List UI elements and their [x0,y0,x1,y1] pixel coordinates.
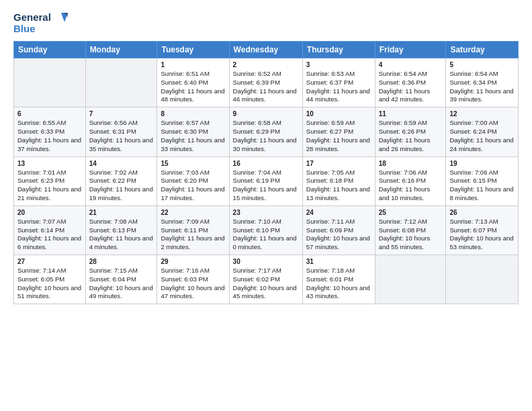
day-number: 27 [17,258,82,265]
day-info: Sunrise: 6:54 AM [379,70,443,79]
day-number: 18 [379,160,443,167]
day-info: Daylight: 10 hours and 47 minutes. [161,284,225,302]
day-info: Sunrise: 7:14 AM [17,267,82,275]
day-info: Daylight: 11 hours and 0 minutes. [233,234,299,252]
day-info: Sunrise: 7:06 AM [449,169,515,177]
calendar-cell: 4Sunrise: 6:54 AMSunset: 6:36 PMDaylight… [375,58,446,107]
calendar-cell [85,58,157,107]
day-number: 23 [233,209,299,216]
calendar-cell: 24Sunrise: 7:11 AMSunset: 6:09 PMDayligh… [302,205,375,255]
logo-bird-icon [53,13,68,22]
day-number: 2 [233,61,299,68]
week-row-1: 1Sunrise: 6:51 AMSunset: 6:40 PMDaylight… [14,58,519,107]
day-info: Sunrise: 7:11 AM [306,218,371,226]
day-info: Sunset: 6:18 PM [306,177,371,185]
day-info: Daylight: 11 hours and 35 minutes. [89,136,154,154]
day-info: Daylight: 11 hours and 39 minutes. [449,87,515,105]
day-number: 31 [306,258,371,265]
day-info: Daylight: 11 hours and 24 minutes. [449,136,515,154]
day-info: Daylight: 11 hours and 42 minutes. [379,87,443,105]
day-info: Daylight: 10 hours and 45 minutes. [233,284,299,302]
day-number: 3 [306,61,371,68]
day-info: Sunset: 6:05 PM [17,275,82,284]
day-info: Sunrise: 6:53 AM [306,70,371,79]
day-info: Daylight: 11 hours and 10 minutes. [379,185,443,203]
day-info: Daylight: 11 hours and 15 minutes. [233,185,299,203]
day-header-tuesday: Tuesday [157,42,229,58]
calendar-cell: 28Sunrise: 7:15 AMSunset: 6:04 PMDayligh… [85,255,157,304]
calendar-cell: 1Sunrise: 6:51 AMSunset: 6:40 PMDaylight… [157,58,229,107]
day-info: Sunrise: 7:01 AM [17,169,82,177]
day-info: Sunset: 6:20 PM [161,177,225,185]
day-number: 30 [233,258,299,265]
day-info: Sunrise: 7:03 AM [161,169,225,177]
day-info: Sunset: 6:03 PM [161,275,225,284]
day-info: Sunrise: 7:16 AM [161,267,225,275]
calendar-cell: 9Sunrise: 6:58 AMSunset: 6:29 PMDaylight… [229,107,302,156]
calendar-cell: 21Sunrise: 7:08 AMSunset: 6:13 PMDayligh… [85,205,157,255]
day-info: Sunset: 6:27 PM [306,128,371,136]
day-number: 8 [161,110,225,118]
day-info: Sunrise: 7:07 AM [17,218,82,226]
day-info: Sunrise: 6:55 AM [17,119,82,128]
day-info: Daylight: 11 hours and 17 minutes. [161,185,225,203]
day-number: 26 [449,209,515,216]
week-row-2: 6Sunrise: 6:55 AMSunset: 6:33 PMDaylight… [14,107,519,156]
day-info: Daylight: 11 hours and 48 minutes. [161,87,225,105]
calendar-cell: 23Sunrise: 7:10 AMSunset: 6:10 PMDayligh… [229,205,302,255]
calendar-cell: 16Sunrise: 7:04 AMSunset: 6:19 PMDayligh… [229,156,302,205]
calendar-cell: 15Sunrise: 7:03 AMSunset: 6:20 PMDayligh… [157,156,229,205]
calendar-cell: 13Sunrise: 7:01 AMSunset: 6:23 PMDayligh… [14,156,86,205]
day-info: Sunset: 6:36 PM [379,79,443,87]
day-info: Daylight: 11 hours and 19 minutes. [89,185,154,203]
calendar-cell: 12Sunrise: 7:00 AMSunset: 6:24 PMDayligh… [446,107,519,156]
day-info: Sunrise: 6:56 AM [89,119,154,128]
day-header-friday: Friday [375,42,446,58]
day-number: 16 [233,160,299,167]
day-number: 19 [449,160,515,167]
calendar-table: SundayMondayTuesdayWednesdayThursdayFrid… [13,41,519,304]
day-info: Sunrise: 7:02 AM [89,169,154,177]
day-info: Sunset: 6:10 PM [233,226,299,235]
day-info: Sunset: 6:30 PM [161,128,225,136]
logo-general: General [13,12,51,24]
day-header-thursday: Thursday [302,42,375,58]
day-info: Daylight: 11 hours and 33 minutes. [161,136,225,154]
day-header-monday: Monday [85,42,157,58]
day-number: 1 [161,61,225,68]
day-info: Sunset: 6:22 PM [89,177,154,185]
day-number: 24 [306,209,371,216]
calendar-cell: 11Sunrise: 6:59 AMSunset: 6:26 PMDayligh… [375,107,446,156]
week-row-3: 13Sunrise: 7:01 AMSunset: 6:23 PMDayligh… [14,156,519,205]
day-info: Sunrise: 6:52 AM [233,70,299,79]
calendar-cell: 25Sunrise: 7:12 AMSunset: 6:08 PMDayligh… [375,205,446,255]
day-number: 22 [161,209,225,216]
day-info: Daylight: 11 hours and 2 minutes. [161,234,225,252]
calendar-cell: 3Sunrise: 6:53 AMSunset: 6:37 PMDaylight… [302,58,375,107]
calendar-cell: 14Sunrise: 7:02 AMSunset: 6:22 PMDayligh… [85,156,157,205]
day-number: 15 [161,160,225,167]
calendar-cell: 10Sunrise: 6:59 AMSunset: 6:27 PMDayligh… [302,107,375,156]
day-number: 12 [449,110,515,118]
day-info: Sunset: 6:26 PM [379,128,443,136]
calendar-cell: 31Sunrise: 7:18 AMSunset: 6:01 PMDayligh… [302,255,375,304]
calendar-cell: 17Sunrise: 7:05 AMSunset: 6:18 PMDayligh… [302,156,375,205]
day-info: Daylight: 11 hours and 30 minutes. [233,136,299,154]
day-info: Sunset: 6:37 PM [306,79,371,87]
logo: General Blue [13,12,68,34]
day-info: Sunset: 6:13 PM [89,226,154,235]
day-number: 13 [17,160,82,167]
day-info: Sunset: 6:29 PM [233,128,299,136]
day-info: Daylight: 11 hours and 4 minutes. [89,234,154,252]
calendar-cell: 7Sunrise: 6:56 AMSunset: 6:31 PMDaylight… [85,107,157,156]
day-info: Sunset: 6:31 PM [89,128,154,136]
day-number: 6 [17,110,82,118]
calendar-cell [375,255,446,304]
day-number: 29 [161,258,225,265]
day-info: Sunrise: 6:58 AM [233,119,299,128]
day-info: Daylight: 11 hours and 8 minutes. [449,185,515,203]
day-info: Daylight: 11 hours and 26 minutes. [379,136,443,154]
day-info: Sunset: 6:14 PM [17,226,82,235]
day-info: Sunrise: 6:59 AM [379,119,443,128]
calendar-cell: 29Sunrise: 7:16 AMSunset: 6:03 PMDayligh… [157,255,229,304]
